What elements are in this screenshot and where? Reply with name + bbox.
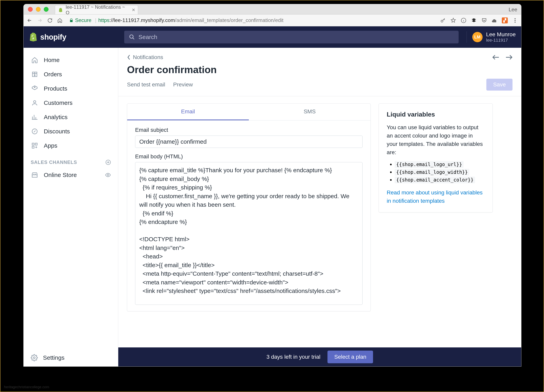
- shopify-bag-icon: [29, 32, 37, 42]
- url-host: ://lee-111917.myshopify.com: [110, 17, 175, 23]
- preview-link[interactable]: Preview: [173, 82, 193, 88]
- chrome-profile-label[interactable]: Lee: [509, 6, 517, 13]
- svg-point-7: [34, 101, 36, 103]
- browser-tab[interactable]: lee-111917 ~ Notifications ~ O ×: [55, 5, 138, 14]
- avatar: LM: [472, 32, 483, 42]
- chevron-left-icon: [127, 54, 130, 60]
- liquid-docs-link[interactable]: Read more about using liquid variables i…: [387, 190, 483, 204]
- page-title: Order confirmation: [127, 64, 513, 76]
- tab-email[interactable]: Email: [127, 104, 249, 120]
- svg-rect-10: [35, 143, 37, 145]
- svg-rect-9: [32, 143, 34, 145]
- shopify-favicon-icon: [58, 7, 63, 13]
- brand-text: shopify: [40, 33, 66, 42]
- sidebar-item-apps[interactable]: Apps: [24, 138, 118, 153]
- svg-point-2: [514, 18, 515, 19]
- sidebar-item-products[interactable]: Products: [24, 82, 118, 96]
- svg-point-5: [130, 35, 133, 38]
- home-icon[interactable]: [57, 18, 62, 23]
- close-tab-icon[interactable]: ×: [132, 7, 135, 13]
- user-menu[interactable]: LM Lee Munroe lee-111917: [467, 31, 516, 43]
- home-nav-icon: [31, 56, 39, 64]
- svg-rect-11: [32, 146, 34, 148]
- body-label: Email body (HTML): [135, 153, 362, 160]
- traffic-lights: [28, 7, 48, 12]
- url-path: /admin/email_templates/order_confirmatio…: [175, 17, 284, 23]
- liquid-var-3: {{shop.email_accent_color}}: [395, 176, 485, 184]
- products-icon: [31, 85, 39, 93]
- macos-titlebar: lee-111917 ~ Notifications ~ O × Lee: [24, 4, 521, 14]
- sales-channels-header: SALES CHANNELS: [24, 153, 118, 168]
- minimize-window-button[interactable]: [36, 7, 41, 12]
- sidebar-item-customers[interactable]: Customers: [24, 96, 118, 110]
- url-bar: Secure | https://lee-111917.myshopify.co…: [24, 14, 521, 26]
- discounts-icon: [31, 127, 39, 135]
- trial-message: 3 days left in your trial: [266, 354, 320, 360]
- url-protocol: https: [98, 17, 109, 23]
- subject-label: Email subject: [135, 127, 362, 133]
- maximize-window-button[interactable]: [44, 7, 48, 12]
- liquid-variables-card: Liquid variables You can use liquid vari…: [378, 103, 493, 213]
- tab-title: lee-111917 ~ Notifications ~ O: [66, 4, 130, 15]
- back-icon[interactable]: [27, 18, 32, 23]
- save-button[interactable]: Save: [486, 79, 513, 91]
- sidebar-item-orders[interactable]: Orders: [24, 67, 118, 82]
- liquid-var-2: {{shop.email_logo_width}}: [395, 168, 485, 176]
- svg-point-0: [441, 20, 443, 22]
- address-bar[interactable]: Secure | https://lee-111917.myshopify.co…: [66, 17, 436, 24]
- prev-template-icon[interactable]: [492, 54, 499, 60]
- breadcrumb[interactable]: Notifications: [127, 54, 163, 60]
- view-store-icon[interactable]: [105, 172, 111, 178]
- reload-icon[interactable]: [47, 18, 53, 23]
- select-plan-button[interactable]: Select a plan: [327, 350, 373, 363]
- secure-badge: Secure |: [69, 17, 98, 23]
- svg-point-4: [514, 21, 515, 22]
- sidebar-item-settings[interactable]: Settings: [24, 349, 118, 366]
- online-store-icon: [31, 171, 39, 179]
- search-input[interactable]: Search: [124, 31, 459, 43]
- cloud-ext-icon[interactable]: [491, 18, 497, 23]
- forward-icon: [37, 18, 43, 23]
- buffer-icon[interactable]: [471, 18, 477, 23]
- info-icon[interactable]: [461, 18, 467, 23]
- browser-window: lee-111917 ~ Notifications ~ O × Lee Sec…: [23, 4, 521, 367]
- extension-orange-icon[interactable]: ▞: [502, 18, 508, 23]
- svg-point-6: [34, 87, 35, 88]
- svg-point-3: [514, 20, 515, 21]
- user-store: lee-111917: [486, 38, 516, 43]
- liquid-description: You can use liquid variables to output a…: [387, 123, 485, 157]
- app-header: shopify Search LM Lee Munroe lee-111917: [24, 26, 521, 48]
- orders-icon: [31, 70, 39, 78]
- liquid-heading: Liquid variables: [387, 111, 485, 118]
- brand-logo[interactable]: shopify: [29, 32, 120, 42]
- next-template-icon[interactable]: [505, 54, 513, 60]
- sidebar-item-discounts[interactable]: Discounts: [24, 124, 118, 138]
- body-textarea[interactable]: {% capture email_title %}Thank you for y…: [135, 162, 362, 305]
- search-icon: [129, 34, 135, 40]
- search-placeholder: Search: [138, 34, 157, 41]
- sidebar: Home Orders Products Customers Analytics…: [24, 48, 118, 366]
- liquid-var-1: {{shop.email_logo_url}}: [395, 160, 485, 168]
- tab-sms[interactable]: SMS: [249, 104, 370, 120]
- star-icon[interactable]: [450, 18, 456, 23]
- watermark-text: heritagechristiancollege.com: [4, 385, 49, 389]
- customers-icon: [31, 99, 39, 107]
- sidebar-item-analytics[interactable]: Analytics: [24, 110, 118, 124]
- svg-point-13: [107, 174, 109, 176]
- send-test-link[interactable]: Send test email: [127, 82, 165, 88]
- trial-bar: 3 days left in your trial Select a plan: [118, 347, 521, 366]
- sidebar-item-home[interactable]: Home: [24, 53, 118, 67]
- close-window-button[interactable]: [28, 7, 33, 12]
- analytics-icon: [31, 113, 39, 121]
- subject-input[interactable]: [135, 136, 362, 148]
- pocket-icon[interactable]: [481, 18, 487, 23]
- gear-icon: [31, 354, 38, 361]
- add-channel-icon[interactable]: [105, 160, 111, 165]
- kebab-menu-icon[interactable]: [512, 18, 518, 23]
- apps-icon: [31, 142, 39, 150]
- main-content: Notifications Order confirmation Send te…: [118, 48, 521, 366]
- user-name: Lee Munroe: [486, 31, 516, 38]
- sidebar-item-online-store[interactable]: Online Store: [24, 168, 118, 182]
- key-icon[interactable]: [440, 18, 446, 23]
- editor-card: Email SMS Email subject Email body (HTML…: [127, 103, 371, 311]
